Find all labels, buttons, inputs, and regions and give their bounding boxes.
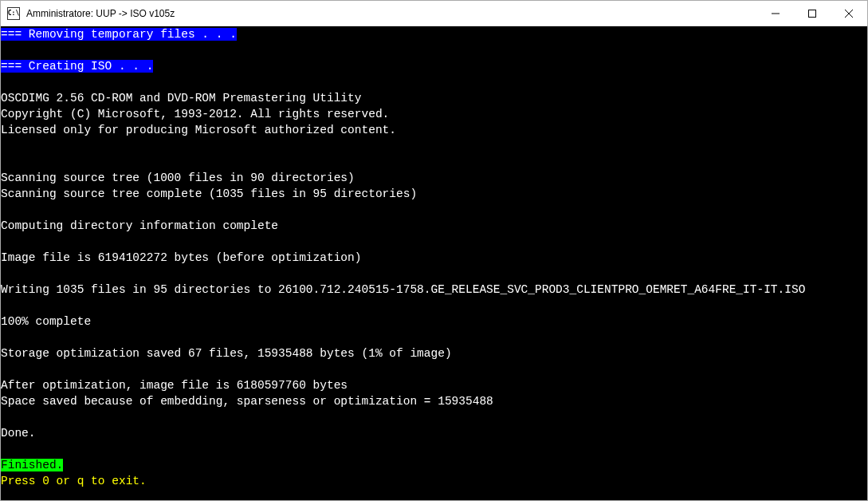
cmd-icon: C:\ xyxy=(7,7,20,20)
step-creating-iso: === Creating ISO . . . xyxy=(1,60,153,73)
minimize-button[interactable] xyxy=(757,1,794,26)
oscdimg-copyright: Copyright (C) Microsoft, 1993-2012. All … xyxy=(1,108,389,120)
after-optimization: After optimization, image file is 618059… xyxy=(1,379,348,392)
window-title: Amministratore: UUP -> ISO v105z xyxy=(26,8,757,19)
terminal-output[interactable]: === Removing temporary files . . . === C… xyxy=(1,26,867,500)
computing-complete: Computing directory information complete xyxy=(1,219,278,232)
titlebar[interactable]: C:\ Amministratore: UUP -> ISO v105z xyxy=(1,1,867,26)
svg-rect-1 xyxy=(809,10,816,17)
finished-badge: Finished. xyxy=(1,459,63,471)
oscdimg-header: OSCDIMG 2.56 CD-ROM and DVD-ROM Premaste… xyxy=(1,92,361,105)
oscdimg-license: Licensed only for producing Microsoft au… xyxy=(1,124,396,136)
maximize-button[interactable] xyxy=(794,1,831,26)
writing-files: Writing 1035 files in 95 directories to … xyxy=(1,283,805,296)
space-saved: Space saved because of embedding, sparse… xyxy=(1,395,493,408)
storage-optimization: Storage optimization saved 67 files, 159… xyxy=(1,347,452,360)
scan-complete: Scanning source tree complete (1035 file… xyxy=(1,187,417,200)
image-file-size: Image file is 6194102272 bytes (before o… xyxy=(1,251,361,264)
done-message: Done. xyxy=(1,427,36,440)
step-removing: === Removing temporary files . . . xyxy=(1,28,237,41)
window-controls xyxy=(757,1,867,26)
command-prompt-window: C:\ Amministratore: UUP -> ISO v105z ===… xyxy=(0,0,868,501)
close-button[interactable] xyxy=(831,1,867,26)
scan-progress: Scanning source tree (1000 files in 90 d… xyxy=(1,172,355,184)
exit-prompt: Press 0 or q to exit. xyxy=(1,475,147,487)
progress-percent: 100% complete xyxy=(1,315,91,328)
